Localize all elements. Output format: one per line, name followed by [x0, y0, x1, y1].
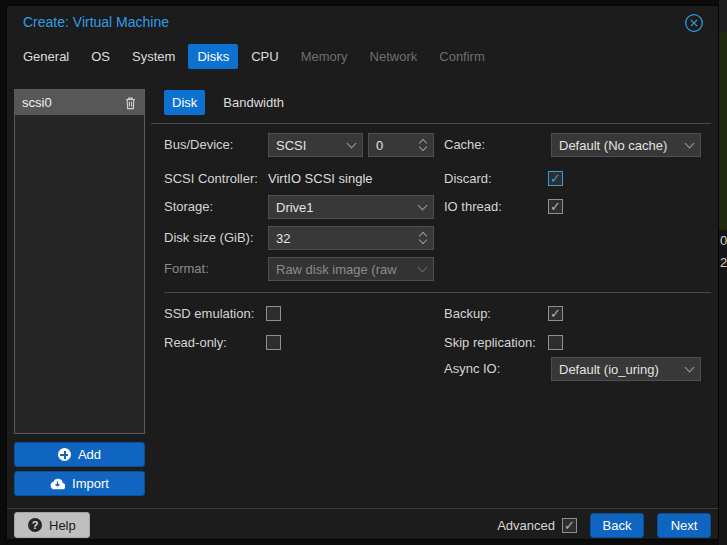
async-io-label: Async IO: [444, 357, 500, 381]
tab-disks[interactable]: Disks [188, 44, 238, 69]
background-digit: 2 [720, 252, 727, 274]
storage-label: Storage: [164, 195, 213, 219]
storage-select-value: Drive1 [276, 200, 419, 215]
create-vm-dialog: Create: Virtual Machine General OS Syste… [6, 5, 719, 540]
backup-checkbox[interactable] [548, 306, 563, 321]
disk-list-panel: scsi0 [14, 89, 145, 434]
advanced-section-divider [164, 292, 711, 293]
disk-size-label: Disk size (GiB): [164, 226, 254, 250]
bus-select-value: SCSI [276, 138, 348, 153]
storage-select[interactable]: Drive1 [268, 195, 434, 219]
add-disk-button[interactable]: Add [14, 442, 145, 467]
import-button-label: Import [72, 476, 109, 491]
tab-os[interactable]: OS [82, 44, 119, 69]
chevron-down-icon [418, 263, 428, 273]
advanced-label: Advanced [497, 518, 555, 533]
tab-memory[interactable]: Memory [292, 44, 357, 69]
cache-select-value: Default (No cache) [559, 138, 686, 153]
tab-network[interactable]: Network [361, 44, 427, 69]
advanced-toggle[interactable]: Advanced [497, 518, 577, 533]
disk-size-spinner[interactable]: 32 [268, 226, 434, 250]
background-axis-digits: 0 2 [719, 230, 727, 276]
read-only-checkbox[interactable] [266, 335, 281, 350]
background-chart-sliver [719, 32, 727, 230]
tab-general[interactable]: General [14, 44, 78, 69]
spinner-arrows[interactable] [420, 140, 426, 150]
tab-system[interactable]: System [123, 44, 184, 69]
disk-size-value: 32 [276, 231, 420, 246]
help-button-label: Help [49, 518, 76, 533]
cache-label: Cache: [444, 133, 485, 157]
chevron-down-icon [685, 139, 695, 149]
tab-cpu[interactable]: CPU [242, 44, 287, 69]
chevron-down-icon [418, 201, 428, 211]
bus-select[interactable]: SCSI [268, 133, 363, 157]
read-only-label: Read-only: [164, 331, 227, 355]
chevron-down-icon [685, 363, 695, 373]
backup-label: Backup: [444, 302, 491, 326]
spinner-arrows[interactable] [420, 233, 426, 243]
async-io-select-value: Default (io_uring) [559, 362, 686, 377]
close-icon[interactable] [683, 12, 705, 34]
background-digit: 0 [720, 230, 727, 252]
import-disk-button[interactable]: Import [14, 471, 145, 496]
io-thread-checkbox[interactable] [548, 199, 563, 214]
discard-checkbox[interactable] [548, 171, 563, 186]
plus-circle-icon [58, 448, 71, 461]
device-number-spinner[interactable]: 0 [368, 133, 434, 157]
format-label: Format: [164, 257, 209, 281]
disk-list-item-scsi0[interactable]: scsi0 [15, 90, 144, 115]
back-button[interactable]: Back [590, 513, 644, 538]
cloud-download-icon [50, 478, 65, 490]
delete-disk-icon[interactable] [124, 96, 137, 110]
help-button[interactable]: ? Help [14, 512, 90, 538]
tab-bandwidth[interactable]: Bandwidth [215, 90, 292, 115]
tab-confirm[interactable]: Confirm [430, 44, 494, 69]
wizard-tab-bar: General OS System Disks CPU Memory Netwo… [14, 44, 494, 69]
dialog-title: Create: Virtual Machine [23, 14, 169, 30]
ssd-emulation-label: SSD emulation: [164, 302, 254, 326]
question-icon: ? [28, 518, 42, 532]
add-button-label: Add [78, 447, 101, 462]
next-button[interactable]: Next [657, 513, 711, 538]
format-select-value: Raw disk image (raw [276, 262, 419, 277]
scsi-controller-value: VirtIO SCSI single [268, 167, 373, 191]
advanced-checkbox[interactable] [562, 518, 577, 533]
skip-replication-label: Skip replication: [444, 331, 536, 355]
scsi-controller-label: SCSI Controller: [164, 167, 258, 191]
cache-select[interactable]: Default (No cache) [551, 133, 701, 157]
tab-disk[interactable]: Disk [164, 90, 205, 115]
io-thread-label: IO thread: [444, 195, 502, 219]
device-number-value: 0 [376, 138, 420, 153]
background-app-edge: 0 2 [719, 0, 727, 545]
disk-panel-tab-bar: Disk Bandwidth [164, 90, 292, 115]
ssd-emulation-checkbox[interactable] [266, 306, 281, 321]
format-select: Raw disk image (raw [268, 257, 434, 281]
disk-item-label: scsi0 [22, 95, 52, 110]
bus-device-label: Bus/Device: [164, 133, 233, 157]
tabs-divider [151, 123, 711, 124]
skip-replication-checkbox[interactable] [548, 335, 563, 350]
footer-actions: Advanced Back Next [497, 513, 711, 538]
background-segment [719, 0, 727, 32]
discard-label: Discard: [444, 167, 492, 191]
footer-divider [7, 508, 718, 509]
chevron-down-icon [347, 139, 357, 149]
async-io-select[interactable]: Default (io_uring) [551, 357, 701, 381]
